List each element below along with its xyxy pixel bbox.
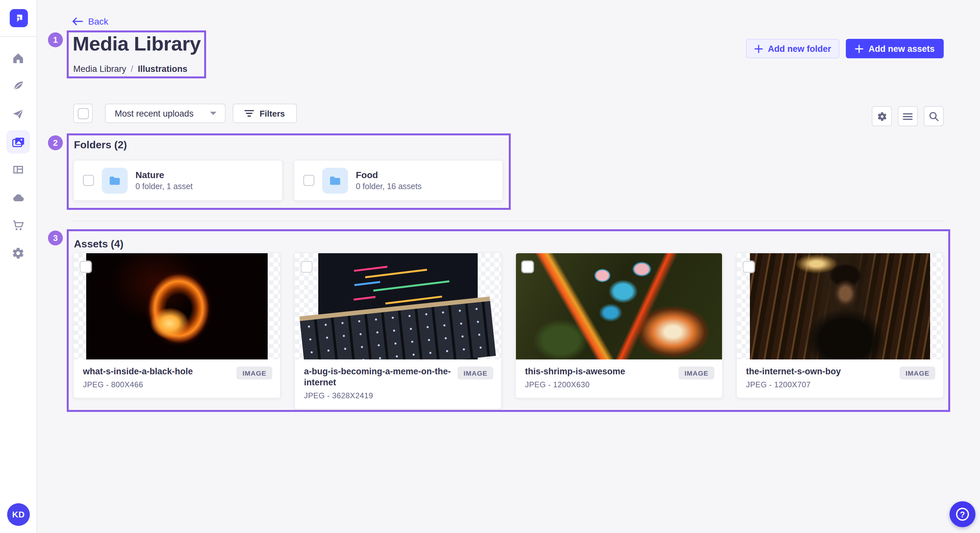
annotation-number: 1	[53, 35, 58, 45]
layout-icon	[12, 163, 25, 176]
page: KD Back 1 Media Library Media Library / …	[0, 0, 980, 533]
filters-button[interactable]: Filters	[233, 104, 297, 123]
avatar-initials: KD	[12, 510, 25, 519]
asset-thumbnail	[74, 253, 280, 359]
sidebar-item-content-builder[interactable]	[6, 75, 30, 98]
breadcrumb-separator: /	[131, 64, 134, 74]
folder-checkbox[interactable]	[303, 175, 314, 186]
asset-meta: JPEG - 3628X2419	[304, 391, 451, 400]
strapi-logo-icon	[14, 13, 24, 23]
plus-icon	[754, 44, 763, 53]
page-title: Media Library	[73, 32, 200, 56]
sidebar-item-home[interactable]	[6, 47, 30, 70]
asset-checkbox[interactable]	[743, 261, 754, 273]
sidebar-item-settings[interactable]	[6, 241, 30, 265]
sidebar-item-cloud[interactable]	[6, 186, 30, 209]
feather-icon	[12, 80, 25, 93]
folder-checkbox[interactable]	[83, 175, 94, 186]
asset-checkbox[interactable]	[522, 261, 533, 273]
asset-photo-black-hole	[86, 253, 268, 359]
annotation-badge-3: 3	[48, 230, 63, 246]
asset-name: a-bug-is-becoming-a-meme-on-the-internet	[304, 366, 451, 389]
sidebar-item-releases[interactable]	[6, 102, 30, 125]
select-all-checkbox-button[interactable]	[73, 104, 93, 123]
paper-plane-icon	[12, 108, 25, 121]
cart-icon	[12, 219, 25, 232]
asset-checkbox[interactable]	[301, 261, 312, 273]
asset-photo-shrimp	[516, 253, 722, 359]
sort-dropdown[interactable]: Most recent uploads	[105, 104, 226, 123]
assets-heading: Assets (4)	[74, 238, 124, 250]
filter-icon	[245, 109, 255, 117]
help-button[interactable]: ?	[950, 501, 975, 527]
sidebar-item-content-manager[interactable]	[6, 158, 30, 181]
asset-type-badge: IMAGE	[900, 366, 935, 379]
asset-thumbnail	[737, 253, 943, 359]
sidebar-item-marketplace[interactable]	[6, 214, 30, 237]
asset-card[interactable]: this-shrimp-is-awesome JPEG - 1200X630 I…	[515, 252, 723, 398]
strapi-logo[interactable]	[10, 9, 28, 27]
chevron-down-icon	[209, 111, 217, 116]
plus-icon	[855, 44, 863, 53]
folder-meta: 0 folder, 1 asset	[135, 182, 193, 191]
cloud-icon	[11, 191, 25, 204]
folder-tile	[102, 167, 128, 194]
asset-caption: this-shrimp-is-awesome JPEG - 1200X630 I…	[516, 359, 722, 398]
sidebar-item-media-library[interactable]	[6, 130, 30, 154]
asset-card[interactable]: the-internet-s-own-boy JPEG - 1200X707 I…	[736, 252, 944, 398]
configure-view-button[interactable]	[872, 106, 892, 126]
section-divider	[73, 221, 944, 222]
annotation-number: 2	[53, 138, 58, 148]
add-new-assets-button[interactable]: Add new assets	[846, 39, 944, 58]
list-icon	[903, 113, 913, 120]
add-new-folder-button[interactable]: Add new folder	[746, 39, 839, 58]
folder-tile	[322, 167, 348, 194]
asset-name: this-shrimp-is-awesome	[525, 366, 672, 378]
back-link[interactable]: Back	[72, 16, 108, 27]
search-button[interactable]	[924, 106, 944, 126]
asset-meta: JPEG - 1200X707	[746, 380, 893, 389]
folder-meta: 0 folder, 16 assets	[356, 182, 422, 191]
home-icon	[12, 52, 25, 65]
asset-checkbox[interactable]	[80, 261, 91, 273]
avatar[interactable]: KD	[7, 503, 30, 526]
asset-type-badge: IMAGE	[679, 366, 714, 379]
folder-name: Nature	[135, 170, 193, 180]
filters-label: Filters	[259, 108, 285, 118]
folder-card-food[interactable]: Food 0 folder, 16 assets	[294, 160, 503, 201]
asset-thumbnail	[295, 253, 501, 359]
folder-card-nature[interactable]: Nature 0 folder, 1 asset	[73, 160, 283, 201]
add-new-folder-label: Add new folder	[768, 44, 831, 54]
folder-info: Nature 0 folder, 1 asset	[135, 170, 193, 191]
breadcrumb: Media Library / Illustrations	[73, 64, 187, 74]
gear-icon	[877, 111, 887, 121]
sidebar: KD	[0, 0, 37, 533]
question-icon: ?	[956, 508, 969, 521]
breadcrumb-current: Illustrations	[138, 64, 187, 74]
asset-name: the-internet-s-own-boy	[746, 366, 893, 378]
folder-name: Food	[356, 170, 422, 180]
asset-meta: JPEG - 800X466	[83, 380, 230, 389]
folders-heading: Folders (2)	[74, 139, 127, 151]
list-view-button[interactable]	[898, 106, 918, 126]
asset-name: what-s-inside-a-black-hole	[83, 366, 230, 378]
folder-icon	[328, 173, 342, 187]
media-library-icon	[11, 135, 25, 149]
sidebar-divider	[0, 36, 37, 37]
asset-caption: a-bug-is-becoming-a-meme-on-the-internet…	[295, 359, 501, 409]
asset-card[interactable]: what-s-inside-a-black-hole JPEG - 800X46…	[73, 252, 281, 398]
asset-card[interactable]: a-bug-is-becoming-a-meme-on-the-internet…	[294, 252, 502, 409]
asset-photo-laptop-code	[318, 253, 478, 359]
asset-thumbnail	[516, 253, 722, 359]
annotation-badge-1: 1	[48, 32, 63, 47]
search-icon	[929, 111, 939, 121]
sort-value: Most recent uploads	[115, 108, 194, 118]
asset-caption: the-internet-s-own-boy JPEG - 1200X707 I…	[737, 359, 943, 398]
folder-icon	[108, 173, 122, 187]
asset-meta: JPEG - 1200X630	[525, 380, 672, 389]
breadcrumb-root[interactable]: Media Library	[73, 64, 126, 74]
asset-caption: what-s-inside-a-black-hole JPEG - 800X46…	[74, 359, 280, 398]
gear-icon	[12, 247, 25, 260]
asset-type-badge: IMAGE	[237, 366, 272, 379]
select-all-checkbox[interactable]	[78, 108, 89, 119]
